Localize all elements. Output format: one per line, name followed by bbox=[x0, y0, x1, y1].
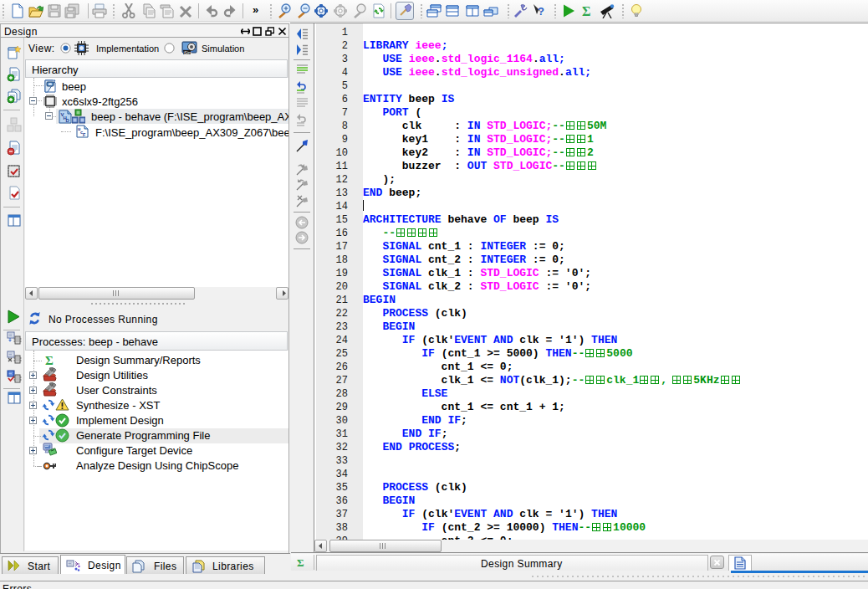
svg-text:Σ: Σ bbox=[582, 4, 590, 18]
svg-text:Σ: Σ bbox=[45, 354, 54, 366]
svg-text:D: D bbox=[66, 118, 70, 123]
svg-text:?: ? bbox=[538, 5, 544, 18]
svg-text:Σ: Σ bbox=[297, 556, 304, 568]
svg-text:iSim: iSim bbox=[184, 50, 192, 55]
